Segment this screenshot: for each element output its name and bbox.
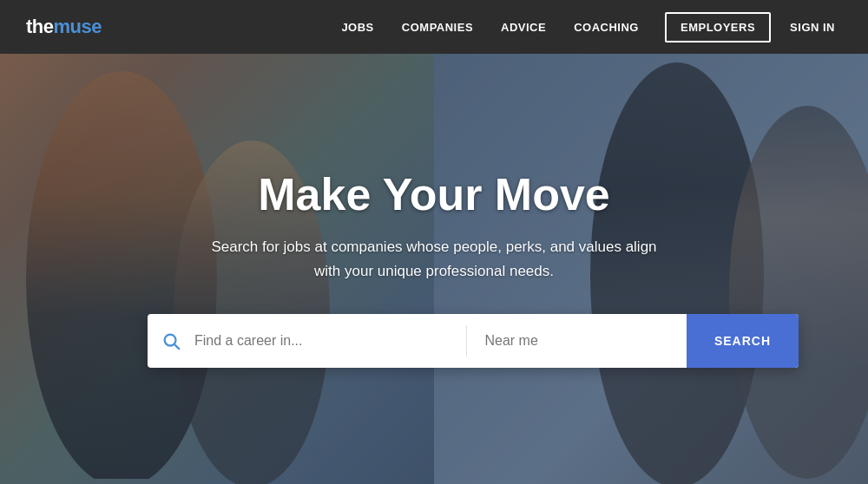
search-icon <box>148 331 194 350</box>
search-bar: SEARCH <box>148 314 799 368</box>
nav-item-companies[interactable]: COMPANIES <box>388 19 487 35</box>
location-search-input[interactable] <box>467 314 686 368</box>
hero-section: Make Your Move Search for jobs at compan… <box>0 54 868 484</box>
nav-link-companies[interactable]: COMPANIES <box>388 21 487 34</box>
nav-item-signin[interactable]: SIGN IN <box>783 19 842 35</box>
logo[interactable]: themuse <box>26 16 102 38</box>
nav-link-signin[interactable]: SIGN IN <box>783 21 842 34</box>
nav-link-advice[interactable]: ADVICE <box>487 21 560 34</box>
logo-the: the <box>26 16 54 38</box>
nav-link-jobs[interactable]: JOBS <box>327 21 387 34</box>
search-button[interactable]: SEARCH <box>687 314 799 368</box>
nav-link-employers[interactable]: EMPLOYERS <box>665 12 771 43</box>
nav-links: JOBS COMPANIES ADVICE COACHING EMPLOYERS… <box>327 19 842 35</box>
hero-subtitle: Search for jobs at companies whose peopl… <box>208 235 660 282</box>
hero-content: Make Your Move Search for jobs at compan… <box>130 170 738 368</box>
nav-item-advice[interactable]: ADVICE <box>487 19 560 35</box>
career-search-input[interactable] <box>194 314 466 368</box>
logo-muse: muse <box>54 16 102 38</box>
svg-line-1 <box>174 344 179 349</box>
nav-link-coaching[interactable]: COACHING <box>560 21 653 34</box>
navbar: themuse JOBS COMPANIES ADVICE COACHING E… <box>0 0 868 54</box>
nav-item-jobs[interactable]: JOBS <box>327 19 387 35</box>
nav-item-coaching[interactable]: COACHING <box>560 19 653 35</box>
nav-item-employers[interactable]: EMPLOYERS <box>653 19 783 35</box>
hero-title: Make Your Move <box>148 170 720 219</box>
